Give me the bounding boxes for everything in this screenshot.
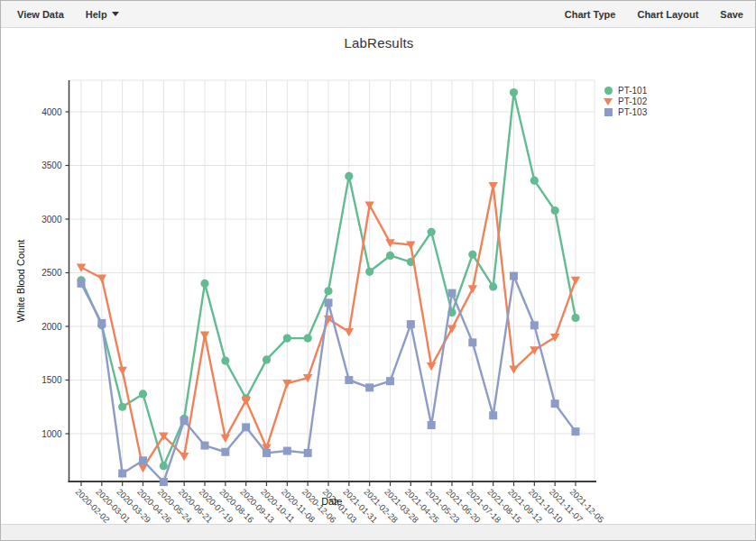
view-data-button[interactable]: View Data [17, 9, 64, 20]
app-window: View Data Help Chart Type Chart Layout S… [0, 0, 756, 541]
data-point-pt-103-11[interactable] [304, 449, 312, 457]
data-point-pt-103-20[interactable] [489, 411, 497, 419]
chart-type-button[interactable]: Chart Type [565, 9, 616, 20]
data-point-pt-102-13[interactable] [345, 328, 354, 336]
y-tick-label: 2000 [41, 322, 62, 332]
legend-label: PT-101 [618, 86, 647, 96]
help-menu-label: Help [86, 9, 107, 20]
data-point-pt-103-1[interactable] [97, 319, 106, 327]
chart-layout-button[interactable]: Chart Layout [637, 9, 698, 20]
data-point-pt-102-14[interactable] [364, 202, 373, 210]
data-point-pt-101-24[interactable] [571, 314, 579, 322]
circle-marker-icon [604, 87, 613, 95]
data-point-pt-103-21[interactable] [510, 272, 518, 280]
legend-label: PT-103 [618, 107, 647, 117]
data-point-pt-101-7[interactable] [221, 356, 229, 364]
legend-item-pt-101[interactable]: PT-101 [604, 86, 647, 96]
data-point-pt-102-10[interactable] [282, 380, 291, 388]
data-point-pt-103-22[interactable] [530, 321, 539, 329]
y-tick-label: 2500 [41, 268, 62, 278]
data-point-pt-102-1[interactable] [97, 274, 106, 282]
y-tick-label: 1500 [41, 375, 62, 385]
data-point-pt-103-23[interactable] [551, 399, 559, 408]
data-point-pt-101-15[interactable] [386, 252, 394, 260]
y-tick-label: 3000 [41, 215, 62, 225]
data-point-pt-103-10[interactable] [283, 447, 291, 455]
data-point-pt-103-17[interactable] [428, 421, 436, 429]
square-marker-icon [604, 108, 613, 116]
window-footer [1, 524, 755, 541]
data-point-pt-101-11[interactable] [304, 334, 312, 342]
data-point-pt-103-16[interactable] [407, 320, 415, 328]
data-point-pt-102-7[interactable] [221, 435, 230, 443]
data-point-pt-103-13[interactable] [345, 376, 353, 384]
caret-down-icon [112, 12, 119, 16]
data-point-pt-103-0[interactable] [78, 280, 86, 288]
data-point-pt-102-3[interactable] [138, 464, 147, 472]
save-button[interactable]: Save [720, 9, 743, 20]
data-point-pt-103-24[interactable] [572, 427, 580, 436]
data-point-pt-101-6[interactable] [200, 280, 208, 288]
data-point-pt-103-3[interactable] [139, 456, 147, 464]
data-point-pt-102-6[interactable] [200, 332, 209, 340]
data-point-pt-102-18[interactable] [447, 325, 456, 333]
data-point-pt-101-22[interactable] [530, 177, 539, 185]
data-point-pt-102-21[interactable] [509, 366, 518, 374]
y-tick-label: 3500 [41, 160, 62, 170]
data-point-pt-101-20[interactable] [489, 282, 497, 290]
data-point-pt-101-14[interactable] [365, 268, 373, 276]
data-point-pt-102-5[interactable] [180, 453, 189, 461]
triangle-down-marker-icon [604, 98, 613, 105]
data-point-pt-102-17[interactable] [427, 362, 436, 371]
data-point-pt-102-8[interactable] [241, 397, 250, 405]
y-axis-ticks: 1000150020002500300035004000 [41, 107, 69, 439]
legend-item-pt-102[interactable]: PT-102 [604, 96, 647, 106]
data-point-pt-103-7[interactable] [221, 448, 229, 456]
data-point-pt-103-5[interactable] [180, 417, 189, 425]
toolbar: View Data Help Chart Type Chart Layout S… [1, 1, 755, 28]
data-point-pt-102-20[interactable] [488, 182, 497, 190]
chart-area: LabResults 10001500200025003000350040002… [1, 28, 756, 524]
y-tick-label: 1000 [41, 429, 62, 439]
data-point-pt-101-13[interactable] [345, 172, 353, 180]
data-point-pt-103-8[interactable] [242, 423, 250, 431]
x-axis-title: Date [321, 496, 342, 507]
data-point-pt-101-3[interactable] [139, 390, 147, 398]
data-point-pt-103-6[interactable] [201, 442, 209, 450]
data-point-pt-101-9[interactable] [263, 355, 271, 363]
data-point-pt-101-2[interactable] [118, 403, 126, 411]
data-point-pt-101-21[interactable] [510, 88, 518, 96]
data-point-pt-103-14[interactable] [365, 383, 373, 391]
data-point-pt-103-18[interactable] [448, 289, 456, 298]
data-point-pt-101-19[interactable] [468, 251, 476, 259]
legend-label: PT-102 [618, 96, 647, 106]
chart-legend: PT-101 PT-102 PT-103 [604, 86, 647, 118]
data-point-pt-102-19[interactable] [468, 285, 477, 293]
data-point-pt-102-24[interactable] [571, 277, 580, 285]
y-axis-title: White Blood Count [15, 240, 26, 323]
data-point-pt-101-23[interactable] [551, 206, 559, 215]
data-point-pt-101-17[interactable] [428, 228, 436, 236]
data-point-pt-102-23[interactable] [550, 334, 559, 342]
data-point-pt-103-9[interactable] [263, 449, 271, 457]
data-point-pt-103-19[interactable] [468, 338, 476, 346]
data-point-pt-103-2[interactable] [118, 470, 126, 478]
data-point-pt-102-2[interactable] [117, 367, 126, 375]
data-point-pt-103-15[interactable] [386, 377, 394, 385]
toolbar-left-group: View Data Help [17, 9, 119, 20]
y-tick-label: 4000 [41, 107, 62, 117]
toolbar-right-group: Chart Type Chart Layout Save [565, 9, 743, 20]
data-point-pt-101-10[interactable] [283, 334, 291, 342]
help-menu-button[interactable]: Help [86, 9, 119, 20]
data-point-pt-101-4[interactable] [160, 462, 168, 470]
data-point-pt-103-12[interactable] [325, 298, 333, 307]
data-point-pt-101-12[interactable] [324, 287, 332, 295]
legend-item-pt-103[interactable]: PT-103 [604, 107, 647, 117]
data-point-pt-103-4[interactable] [160, 478, 168, 486]
